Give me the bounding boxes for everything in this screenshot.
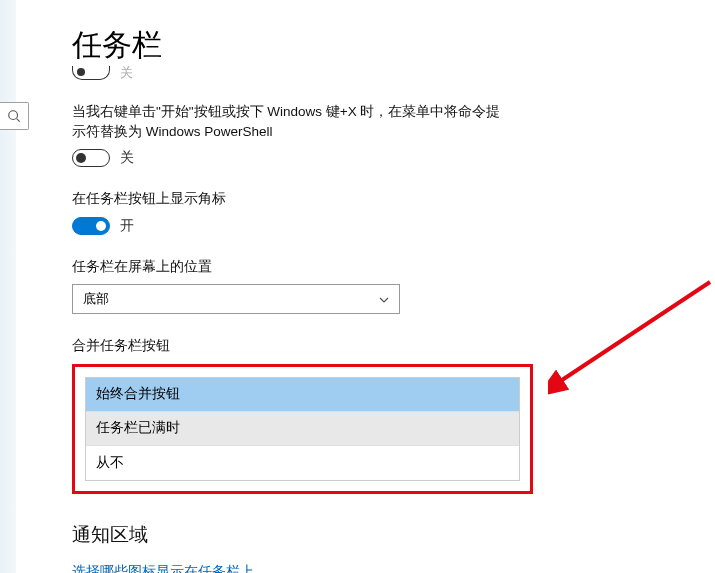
- powershell-toggle[interactable]: 关: [72, 149, 502, 167]
- search-tab[interactable]: [0, 102, 29, 130]
- notification-section-title: 通知区域: [72, 522, 685, 548]
- svg-line-1: [17, 119, 20, 122]
- chevron-down-icon: [379, 293, 389, 305]
- badges-toggle[interactable]: 开: [72, 217, 502, 235]
- combine-option-never[interactable]: 从不: [86, 446, 519, 480]
- combine-option-always[interactable]: 始终合并按钮: [86, 378, 519, 412]
- combine-dropdown: 始终合并按钮 任务栏已满时 从不: [85, 377, 520, 481]
- truncated-toggle-label: 关: [120, 64, 133, 82]
- left-edge-strip: [0, 0, 16, 573]
- powershell-setting-desc: 当我右键单击"开始"按钮或按下 Windows 键+X 时，在菜单中将命令提示符…: [72, 102, 502, 141]
- page-title: 任务栏: [72, 25, 685, 66]
- combine-setting-desc: 合并任务栏按钮: [72, 336, 502, 356]
- search-icon: [7, 109, 21, 123]
- position-select[interactable]: 底部: [72, 284, 400, 314]
- position-setting-desc: 任务栏在屏幕上的位置: [72, 257, 502, 277]
- truncated-toggle[interactable]: [72, 66, 110, 80]
- svg-point-0: [9, 111, 18, 120]
- combine-option-full[interactable]: 任务栏已满时: [86, 412, 519, 446]
- annotation-highlight-box: 始终合并按钮 任务栏已满时 从不: [72, 364, 533, 494]
- notification-icons-link[interactable]: 选择哪些图标显示在任务栏上: [72, 563, 254, 573]
- badges-setting-desc: 在任务栏按钮上显示角标: [72, 189, 502, 209]
